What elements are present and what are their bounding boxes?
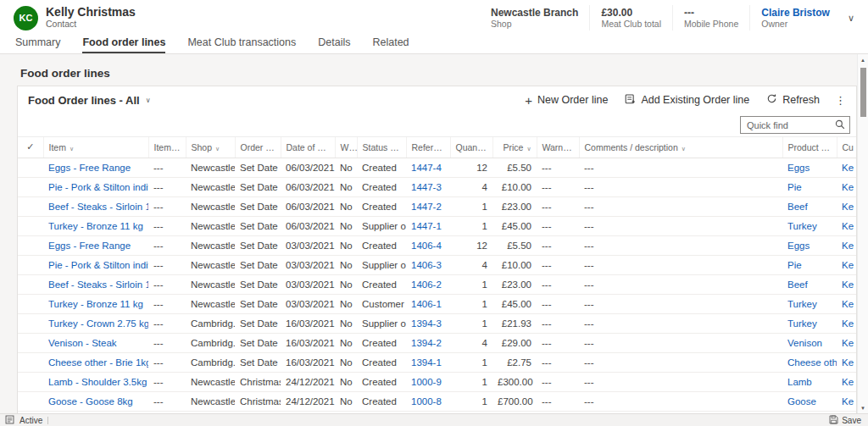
item-link[interactable]: Eggs - Free Range [48,241,131,251]
product_group-link[interactable]: Eggs [787,163,810,173]
scroll-down-arrow-icon[interactable]: ▼ [858,402,868,413]
item-link[interactable]: Turkey - Bronze 11 kg [48,221,143,231]
product_group-link[interactable]: Beef [787,279,808,290]
cu-link[interactable]: Ke [842,396,854,407]
product_group-link[interactable]: Lamb [787,377,812,387]
column-header-ref[interactable]: Refere...↓∨ [406,137,450,158]
cell-check[interactable] [18,391,43,411]
column-header-date[interactable]: Date of ord...∨ [281,137,335,158]
table-row[interactable]: Lamb - Shoulder 3.5kg---Newcastle...Chri… [18,372,856,391]
cu-link[interactable]: Ke [842,299,854,309]
ref-link[interactable]: 1394-3 [411,318,442,329]
cu-link[interactable]: Ke [842,260,854,270]
table-row[interactable]: Beef - Steaks - Sirloin 1kg---Newcastle.… [18,274,856,294]
cu-link[interactable]: Ke [842,318,854,329]
cell-check[interactable] [18,216,43,235]
column-header-qty[interactable]: Quantity∨ [450,137,492,158]
item-link[interactable]: Cheese other - Brie 1kg [48,357,148,368]
table-row[interactable]: Eggs - Free Range---Newcastle...Set Date… [18,158,856,177]
table-row[interactable]: Beef - Steaks - Sirloin 1kg---Newcastle.… [18,196,856,216]
cu-link[interactable]: Ke [842,357,854,368]
ref-link[interactable]: 1447-1 [411,221,442,231]
item-link[interactable]: Pie - Pork & Stilton individual [48,260,148,270]
search-input[interactable] [747,120,835,130]
product_group-link[interactable]: Venison [787,338,822,348]
column-header-shop[interactable]: Shop∨ [186,137,235,158]
product_group-link[interactable]: Turkey [787,221,817,231]
vertical-scrollbar[interactable]: ▲ ▼ [857,54,868,413]
item-link[interactable]: Pie - Pork & Stilton individual [48,182,148,192]
column-header-item_ref[interactable]: Item Refere...∨ [148,137,186,158]
ref-link[interactable]: 1000-8 [411,396,442,407]
item-link[interactable]: Beef - Steaks - Sirloin 1kg [48,279,148,290]
cu-link[interactable]: Ke [842,279,854,290]
cu-link[interactable]: Ke [842,163,854,173]
column-header-check[interactable]: ✓ [18,137,43,158]
cell-check[interactable] [18,333,43,352]
column-header-item[interactable]: Item∨ [43,137,148,158]
cell-check[interactable] [18,313,43,333]
product_group-link[interactable]: Eggs [787,241,810,251]
ref-link[interactable]: 1447-3 [411,182,442,192]
ref-link[interactable]: 1406-3 [411,260,442,270]
column-header-product_group[interactable]: Product Gr...∨ [782,137,837,158]
cell-check[interactable] [18,196,43,216]
table-row[interactable]: Eggs - Free Range---Newcastle...Set Date… [18,235,856,255]
ref-link[interactable]: 1447-2 [411,202,442,212]
cell-check[interactable] [18,352,43,372]
owner-link[interactable]: Claire Bristow [761,7,830,19]
product_group-link[interactable]: Turkey [787,299,817,309]
tab-details[interactable]: Details [318,36,350,53]
item-link[interactable]: Goose - Goose 8kg [48,396,133,407]
item-link[interactable]: Turkey - Crown 2.75 kg [48,318,148,329]
product_group-link[interactable]: Beef [787,202,808,212]
cu-link[interactable]: Ke [842,241,854,251]
table-row[interactable]: Pie - Pork & Stilton individual---Newcas… [18,177,856,196]
tab-meat-club-transactions[interactable]: Meat Club transactions [187,36,296,53]
product_group-link[interactable]: Turkey [787,318,817,329]
product_group-link[interactable]: Pie [787,182,802,192]
cell-check[interactable] [18,372,43,391]
column-header-warning[interactable]: Warning Text∨ [537,137,579,158]
product_group-link[interactable]: Pie [787,260,802,270]
ref-link[interactable]: 1406-1 [411,299,442,309]
table-row[interactable]: Goose - Goose 8kg---Newcastle...Christma… [18,391,856,411]
new-order-line-button[interactable]: + New Order line [516,90,616,110]
column-header-price[interactable]: Price∨ [492,137,537,158]
column-header-comments[interactable]: Comments / description∨ [579,137,782,158]
scrollbar-thumb[interactable] [860,68,866,117]
item-link[interactable]: Eggs - Free Range [48,163,131,173]
cu-link[interactable]: Ke [842,182,854,192]
ref-link[interactable]: 1000-9 [411,377,442,387]
item-link[interactable]: Lamb - Shoulder 3.5kg [48,377,147,387]
ref-link[interactable]: 1447-4 [411,163,442,173]
table-row[interactable]: Cheese other - Brie 1kg---Cambridg...Set… [18,352,856,372]
column-header-cu[interactable]: Cu∨ [837,137,856,158]
product_group-link[interactable]: Goose [787,396,816,407]
ref-link[interactable]: 1406-2 [411,279,442,290]
cell-check[interactable] [18,255,43,274]
cu-link[interactable]: Ke [842,377,854,387]
ref-link[interactable]: 1394-2 [411,338,442,348]
cu-link[interactable]: Ke [842,221,854,231]
tab-related[interactable]: Related [372,36,409,53]
more-commands-button[interactable]: ⋮ [828,90,853,111]
column-header-w[interactable]: W∨ [335,137,357,158]
scroll-up-arrow-icon[interactable]: ▲ [858,54,868,65]
cell-check[interactable] [18,274,43,294]
cell-check[interactable] [18,294,43,313]
item-link[interactable]: Venison - Steak [48,338,117,348]
table-row[interactable]: Turkey - Crown 2.75 kg---Cambridg...Set … [18,313,856,333]
search-icon[interactable] [835,118,845,133]
column-header-order_for[interactable]: Order for∨ [235,137,281,158]
tab-summary[interactable]: Summary [15,36,60,53]
cell-check[interactable] [18,235,43,255]
save-button[interactable]: Save [829,415,861,426]
item-link[interactable]: Turkey - Bronze 11 kg [48,299,143,309]
select-all-checkmark-icon[interactable]: ✓ [26,141,34,152]
table-row[interactable]: Turkey - Bronze 11 kg---Newcastle...Set … [18,216,856,235]
cu-link[interactable]: Ke [842,338,854,348]
view-selector[interactable]: Food Order lines - All ∨ [28,94,151,107]
cu-link[interactable]: Ke [842,202,854,212]
tab-food-order-lines[interactable]: Food order lines [82,36,165,53]
